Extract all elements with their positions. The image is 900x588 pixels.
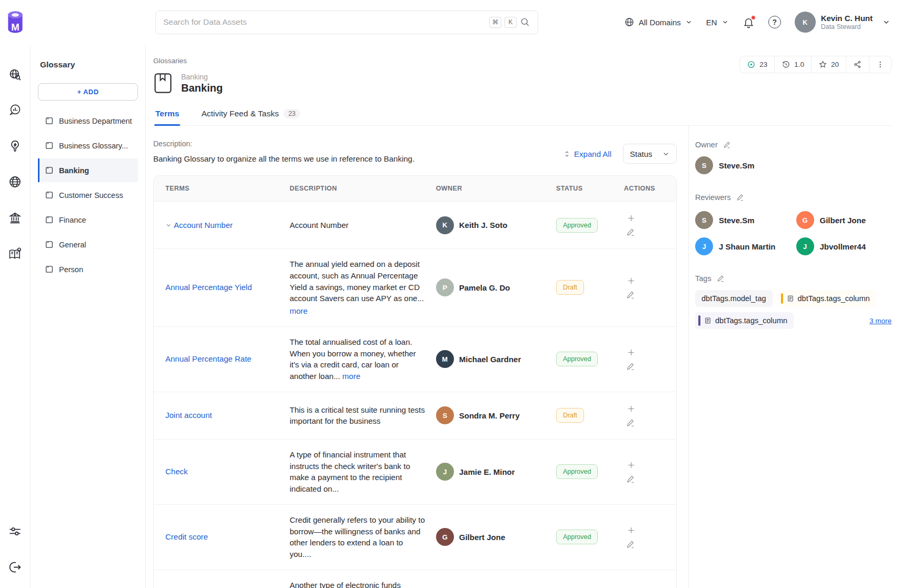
add-child-term-button[interactable] [624,345,638,360]
glossary-list-item[interactable]: Customer Success [38,183,138,207]
app-logo[interactable]: M [0,0,31,44]
tag-pill[interactable]: dbtTags.tags_column [778,290,876,307]
nav-observability[interactable] [8,103,22,117]
logout-icon [8,560,22,574]
glossary-item-label: Person [59,265,83,274]
glossary-list-item[interactable]: Finance [38,208,138,232]
edit-term-button[interactable] [624,288,638,302]
nav-incidents[interactable] [8,139,22,153]
add-child-term-button[interactable] [624,458,638,472]
reviewer-item[interactable]: G Gilbert Jone [796,211,892,229]
nav-govern[interactable] [8,211,22,225]
notifications-button[interactable] [743,16,755,28]
edit-owner-button[interactable] [723,141,731,149]
edit-term-button[interactable] [624,416,638,430]
search-icon[interactable] [520,17,530,27]
reviewer-item[interactable]: J Jbvollmer44 [796,237,892,255]
user-role: Data Steward [821,23,873,31]
edit-reviewers-button[interactable] [736,193,745,202]
glossary-list-item[interactable]: Person [38,257,138,281]
tag-color-bar [781,293,783,304]
nav-explore[interactable] [8,67,22,82]
glossary-list-item[interactable]: General [38,233,138,256]
version-stat[interactable]: 1.0 [774,56,811,73]
term-description: Account Number [290,220,426,231]
nav-glossary[interactable] [8,246,23,261]
tag-pill[interactable]: dbtTags.tags_column [695,312,794,329]
language-dropdown[interactable]: EN [706,18,729,27]
reviewer-item[interactable]: S Steve.Sm [695,211,791,229]
reviewer-item[interactable]: J J Shaun Martin [695,237,791,255]
help-button[interactable]: ? [768,16,781,28]
edit-term-button[interactable] [624,472,638,486]
owner-name[interactable]: Sondra M. Perry [459,411,520,420]
expand-caret-icon[interactable] [165,222,172,228]
global-search[interactable]: ⌘ K [155,11,538,34]
edit-term-button[interactable] [624,360,638,373]
all-domains-label: All Domains [639,18,681,27]
nav-settings[interactable] [8,524,22,539]
avatar: G [436,528,454,546]
owner-cell: J Jamie E. Minor [436,463,546,481]
term-link[interactable]: Annual Percentage Rate [165,354,251,363]
add-glossary-button[interactable]: + ADD [38,83,138,101]
owner-cell: S Sondra M. Perry [436,406,546,424]
user-menu[interactable]: K Kevin C. Hunt Data Steward [795,12,891,33]
glossary-list-item[interactable]: Business Glossary... [38,134,138,157]
term-link[interactable]: Account Number [174,221,233,230]
glossary-list-item[interactable]: Banking [38,158,138,182]
reviewer-name: Gilbert Jone [820,216,866,225]
avatar: G [796,211,814,229]
glossary-item-label: Finance [59,216,86,224]
add-child-term-button[interactable] [624,523,638,537]
expand-all-button[interactable]: Expand All [563,150,611,158]
owner-name[interactable]: Pamela G. Do [459,283,510,292]
more-menu-button[interactable] [869,56,891,73]
add-child-term-button[interactable] [624,211,638,225]
journal-icon [45,240,54,249]
owner-name[interactable]: Gilbert Jone [459,533,506,542]
more-link[interactable]: more [290,305,426,317]
search-input[interactable] [163,17,486,27]
terms-table: TERMSDESCRIPTIONOWNERSTATUSACTIONS Accou… [153,175,677,588]
owner-name[interactable]: Jamie E. Minor [459,467,515,476]
globe-icon [624,17,635,27]
k-key-badge: K [505,17,517,28]
table-header-row: TERMSDESCRIPTIONOWNERSTATUSACTIONS [154,176,676,202]
owner-name: Steve.Sm [719,161,755,170]
tab-terms[interactable]: Terms [154,106,180,125]
table-row: Check A type of financial instrument tha… [154,439,676,504]
owner-person[interactable]: S Steve.Sm [695,156,892,174]
star-stat[interactable]: 20 [811,56,846,73]
logout-button[interactable] [8,560,22,574]
edit-term-button[interactable] [624,537,638,551]
reviewer-name: J Shaun Martin [719,242,776,251]
all-domains-dropdown[interactable]: All Domains [624,17,693,27]
status-filter-dropdown[interactable]: Status [623,144,677,164]
add-child-term-button[interactable] [624,402,638,416]
term-description: This is a critical test suite running te… [290,404,426,427]
terms-count-stat[interactable]: 23 [740,56,774,73]
term-link[interactable]: Credit score [165,532,208,541]
term-link[interactable]: Joint account [165,411,212,420]
edit-tags-button[interactable] [717,274,725,283]
tag-pill[interactable]: dbtTags.model_tag [695,290,773,307]
table-row: Account Number Account Number K Keith J.… [154,202,676,249]
nav-domains[interactable] [8,175,22,189]
page-title: Banking [181,82,223,94]
more-link[interactable]: more [342,372,360,381]
owner-name[interactable]: Keith J. Soto [459,221,508,230]
term-link[interactable]: Annual Percentage Yield [165,283,252,292]
share-button[interactable] [846,56,869,73]
owner-name[interactable]: Michael Gardner [459,355,521,364]
term-link[interactable]: Check [165,467,188,476]
document-icon [787,295,794,302]
glossary-list-item[interactable]: Business Department [38,109,138,133]
edit-term-button[interactable] [624,225,638,239]
add-child-term-button[interactable] [624,274,638,288]
more-tags-link[interactable]: 3 more [869,317,892,325]
tag-color-bar [698,315,700,326]
globe-search-icon [8,67,22,82]
tab-activity-feed[interactable]: Activity Feed & Tasks 23 [200,106,301,125]
journal-icon [45,191,54,200]
